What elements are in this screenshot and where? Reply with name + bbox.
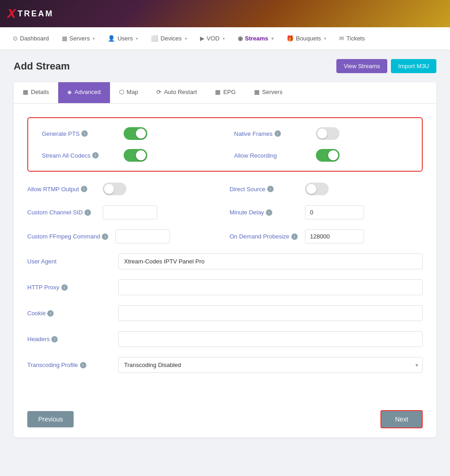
nav-servers[interactable]: ▦ Servers ▾: [56, 32, 101, 45]
native-frames-track[interactable]: [316, 127, 340, 140]
native-frames-toggle[interactable]: [316, 127, 340, 140]
native-frames-field: Native Frames i: [234, 127, 408, 140]
page-content: Add Stream View Streams Import M3U ▦ Det…: [0, 50, 450, 446]
nav-tickets[interactable]: ✉ Tickets: [334, 32, 370, 45]
cookie-row: Cookie i: [27, 305, 423, 321]
stream-all-codecs-knob: [136, 150, 146, 160]
nav-devices[interactable]: ⬜ Devices ▾: [145, 32, 192, 45]
nav-bouquets[interactable]: 🎁 Bouquets ▾: [281, 32, 332, 45]
epg-tab-icon: ▦: [215, 89, 220, 95]
headers-row: Headers i: [27, 331, 423, 347]
stream-all-codecs-toggle[interactable]: [124, 149, 147, 162]
logo: X TREAM: [7, 6, 54, 21]
allow-recording-field: Allow Recording: [234, 149, 408, 162]
allow-recording-label: Allow Recording: [234, 152, 307, 159]
nav-bouquets-label: Bouquets: [296, 35, 321, 42]
form-area: Generate PTS i Native Frames i: [14, 104, 436, 397]
cookie-wrapper: [118, 305, 423, 321]
custom-channel-sid-info-icon[interactable]: i: [85, 209, 91, 216]
generate-pts-toggle[interactable]: [124, 127, 147, 140]
next-button[interactable]: Next: [380, 410, 423, 428]
cookie-info-icon[interactable]: i: [47, 310, 54, 317]
direct-source-track[interactable]: [305, 183, 329, 195]
vod-arrow-icon: ▾: [223, 36, 225, 41]
devices-icon: ⬜: [151, 35, 158, 42]
header-buttons: View Streams Import M3U: [336, 59, 436, 73]
allow-rtmp-knob: [104, 184, 114, 194]
servers-icon: ▦: [62, 35, 67, 42]
stream-all-codecs-label: Stream All Codecs i: [42, 152, 115, 159]
tab-servers[interactable]: ▦ Servers: [245, 82, 292, 103]
http-proxy-label: HTTP Proxy i: [27, 284, 109, 291]
direct-source-toggle[interactable]: [305, 183, 329, 195]
transcoding-profile-row: Transcoding Profile i Transcoding Disabl…: [27, 357, 423, 373]
sid-delay-row: Custom Channel SID i Minute Delay i: [27, 205, 423, 219]
allow-rtmp-toggle[interactable]: [103, 183, 126, 195]
import-m3u-button[interactable]: Import M3U: [391, 59, 436, 73]
custom-channel-sid-input[interactable]: [103, 205, 157, 219]
headers-info-icon[interactable]: i: [51, 336, 58, 342]
direct-source-label: Direct Source i: [230, 186, 298, 193]
page-title: Add Stream: [14, 60, 70, 72]
native-frames-info-icon[interactable]: i: [275, 130, 281, 137]
user-agent-label: User Agent: [27, 258, 109, 265]
allow-recording-track[interactable]: [316, 149, 340, 162]
nav-devices-label: Devices: [160, 35, 181, 42]
minute-delay-input[interactable]: [305, 205, 364, 219]
highlighted-row-1: Generate PTS i Native Frames i: [42, 127, 408, 140]
tab-map[interactable]: ⬡ Map: [110, 82, 147, 103]
stream-all-codecs-track[interactable]: [124, 149, 147, 162]
transcoding-profile-select[interactable]: Transcoding Disabled Profile 1 Profile 2: [118, 357, 423, 373]
minute-delay-info-icon[interactable]: i: [266, 209, 272, 216]
previous-button[interactable]: Previous: [27, 411, 74, 427]
nav-dashboard[interactable]: ⊙ Dashboard: [7, 32, 55, 45]
bouquets-arrow-icon: ▾: [324, 36, 326, 41]
nav-users-label: Users: [117, 35, 133, 42]
generate-pts-track[interactable]: [124, 127, 147, 140]
tab-advanced[interactable]: ◈ Advanced: [58, 82, 110, 103]
tickets-icon: ✉: [339, 35, 344, 42]
http-proxy-info-icon[interactable]: i: [61, 284, 68, 291]
headers-label: Headers i: [27, 336, 109, 342]
tab-epg[interactable]: ▦ EPG: [206, 82, 245, 103]
custom-ffmpeg-field: Custom FFmpeg Command i: [27, 229, 220, 243]
direct-source-info-icon[interactable]: i: [267, 186, 274, 192]
ffmpeg-probesize-row: Custom FFmpeg Command i On Demand Probes…: [27, 229, 423, 243]
native-frames-knob: [317, 129, 327, 139]
nav-users[interactable]: 👤 Users ▾: [102, 32, 144, 45]
http-proxy-input[interactable]: [118, 279, 423, 295]
custom-channel-sid-label: Custom Channel SID i: [27, 209, 95, 216]
nav-vod[interactable]: ▶ VOD ▾: [195, 32, 230, 45]
transcoding-profile-label: Transcoding Profile i: [27, 362, 109, 368]
users-arrow-icon: ▾: [136, 36, 138, 41]
tab-servers-label: Servers: [262, 89, 283, 95]
tab-details-label: Details: [31, 89, 49, 95]
view-streams-button[interactable]: View Streams: [336, 59, 387, 73]
transcoding-profile-info-icon[interactable]: i: [80, 362, 86, 368]
map-tab-icon: ⬡: [119, 89, 124, 95]
auto-restart-tab-icon: ⟳: [156, 89, 161, 95]
allow-rtmp-track[interactable]: [103, 183, 126, 195]
nav-tickets-label: Tickets: [346, 35, 365, 42]
allow-rtmp-field: Allow RTMP Output i: [27, 183, 220, 195]
allow-recording-toggle[interactable]: [316, 149, 340, 162]
stream-all-codecs-info-icon[interactable]: i: [92, 152, 99, 159]
tab-epg-label: EPG: [223, 89, 235, 95]
custom-ffmpeg-input[interactable]: [115, 229, 170, 243]
custom-channel-sid-field: Custom Channel SID i: [27, 205, 220, 219]
headers-input[interactable]: [118, 331, 423, 347]
minute-delay-field: Minute Delay i: [230, 205, 423, 219]
generate-pts-knob: [136, 129, 146, 139]
tab-details[interactable]: ▦ Details: [14, 82, 58, 103]
rtmp-direct-row: Allow RTMP Output i Direct Source i: [27, 183, 423, 195]
cookie-input[interactable]: [118, 305, 423, 321]
custom-ffmpeg-info-icon[interactable]: i: [102, 233, 108, 240]
nav-streams[interactable]: ◉ Streams ▾: [232, 32, 279, 45]
allow-rtmp-info-icon[interactable]: i: [81, 186, 87, 192]
user-agent-input[interactable]: [118, 253, 423, 269]
tab-auto-restart[interactable]: ⟳ Auto Restart: [147, 82, 206, 103]
tabs: ▦ Details ◈ Advanced ⬡ Map ⟳ Auto Restar…: [14, 82, 436, 104]
on-demand-probesize-info-icon[interactable]: i: [291, 233, 298, 240]
on-demand-probesize-input[interactable]: [305, 229, 364, 243]
generate-pts-info-icon[interactable]: i: [81, 130, 88, 137]
